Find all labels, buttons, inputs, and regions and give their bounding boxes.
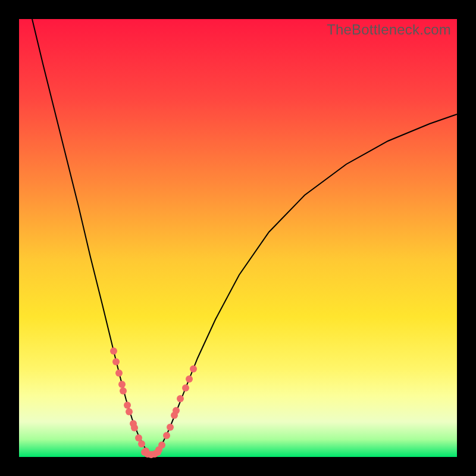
data-marker bbox=[158, 441, 165, 449]
data-marker bbox=[112, 358, 120, 365]
right-curve bbox=[156, 114, 457, 453]
data-marker bbox=[131, 424, 138, 431]
data-marker bbox=[190, 365, 197, 372]
data-marker bbox=[182, 384, 189, 392]
plot-area: TheBottleneck.com bbox=[19, 19, 457, 457]
data-marker bbox=[177, 395, 184, 402]
chart-frame: TheBottleneck.com bbox=[0, 0, 476, 476]
data-marker bbox=[110, 347, 117, 355]
data-marker bbox=[115, 369, 123, 377]
data-marker bbox=[167, 424, 174, 431]
data-marker bbox=[186, 375, 193, 383]
data-marker bbox=[173, 407, 180, 414]
data-marker bbox=[163, 432, 170, 439]
data-marker bbox=[154, 449, 161, 456]
bottleneck-curve bbox=[19, 19, 457, 457]
data-marker bbox=[138, 440, 145, 447]
data-marker bbox=[124, 402, 131, 409]
data-marker bbox=[120, 387, 127, 394]
left-curve bbox=[32, 19, 149, 453]
data-marker bbox=[126, 408, 133, 415]
data-markers bbox=[110, 347, 197, 458]
data-marker bbox=[118, 381, 126, 388]
